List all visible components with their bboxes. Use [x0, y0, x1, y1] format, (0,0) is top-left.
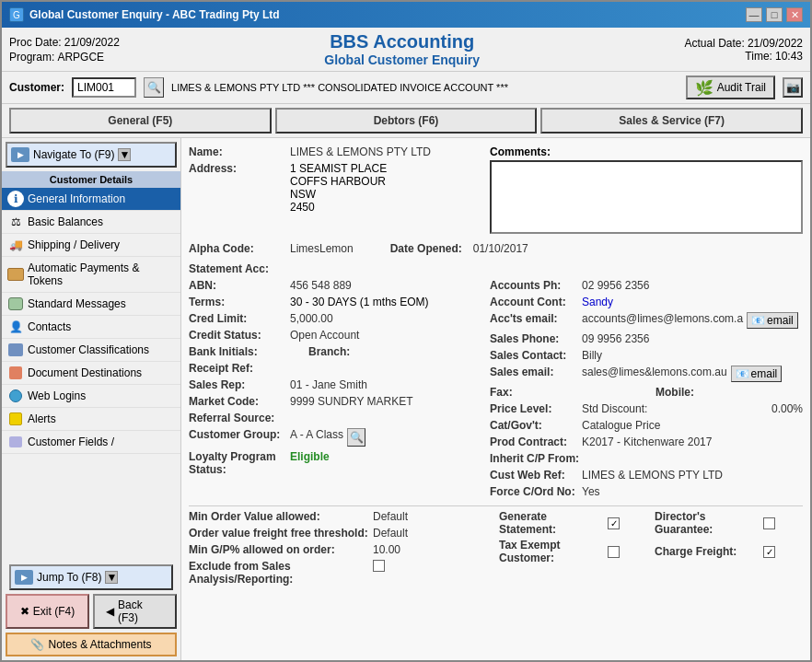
- minimize-button[interactable]: —: [746, 7, 762, 22]
- sidebar-item-label: Basic Balances: [28, 215, 103, 228]
- name-label: Name:: [189, 145, 290, 158]
- sales-rep-value: 01 - Jane Smith: [290, 378, 367, 391]
- price-level-label: Price Level:: [490, 402, 582, 415]
- sidebar-item-alerts[interactable]: Alerts: [2, 408, 180, 431]
- prod-contract-label: Prod Contract:: [490, 436, 582, 448]
- sidebar: ▶ Navigate To (F9) ▼ Customer Details ℹ …: [2, 138, 181, 660]
- sales-email-button[interactable]: 📧 email: [731, 366, 783, 382]
- exclude-label: Exclude from Sales Analysis/Reporting:: [189, 560, 373, 586]
- main-window: G Global Customer Enquiry - ABC Trading …: [0, 0, 812, 662]
- cat-govt-row: Cat/Gov't: Catalogue Price: [490, 419, 803, 432]
- loyalty-label: Loyalty Program Status:: [189, 450, 290, 476]
- bank-initials-label: Bank Initials:: [189, 345, 290, 358]
- force-cord-label: Force C/Ord No:: [490, 485, 582, 498]
- market-code-row: Market Code: 9999 SUNDRY MARKET: [189, 395, 479, 408]
- email-icon: 📧: [751, 314, 765, 327]
- info-icon: ℹ: [7, 191, 24, 207]
- sidebar-item-general-information[interactable]: ℹ General Information: [2, 188, 180, 211]
- sidebar-item-customer-classifications[interactable]: Customer Classifications: [2, 339, 180, 362]
- navigate-dropdown-icon[interactable]: ▼: [118, 148, 131, 161]
- statement-label: Statement Acc:: [189, 262, 290, 275]
- exclude-row: Exclude from Sales Analysis/Reporting:: [189, 560, 484, 586]
- sidebar-item-basic-balances[interactable]: ⚖ Basic Balances: [2, 211, 180, 234]
- tab-general[interactable]: General (F5): [9, 108, 272, 134]
- freight-value: Default: [373, 527, 408, 540]
- market-code-value: 9999 SUNDRY MARKET: [290, 395, 413, 408]
- customer-group-row: Customer Group: A - A Class 🔍: [189, 428, 479, 447]
- freight-row: Order value freight free threshold: Defa…: [189, 527, 484, 540]
- sidebar-item-shipping-delivery[interactable]: 🚚 Shipping / Delivery: [2, 234, 180, 257]
- address-line1: 1 SEAMIST PLACE: [290, 162, 387, 175]
- terms-label: Terms:: [189, 296, 290, 308]
- sidebar-item-web-logins[interactable]: Web Logins: [2, 385, 180, 408]
- sidebar-item-automatic-payments[interactable]: Automatic Payments & Tokens: [2, 257, 180, 293]
- sidebar-item-customer-fields[interactable]: Customer Fields /: [2, 431, 180, 454]
- exclude-checkbox[interactable]: [373, 560, 385, 572]
- customer-code-input[interactable]: [72, 77, 136, 98]
- credit-status-row: Credit Status: Open Account: [189, 329, 479, 342]
- jump-to-button[interactable]: ▶ Jump To (F8) ▼: [9, 564, 173, 590]
- comments-label: Comments:: [490, 145, 803, 158]
- sales-rep-label: Sales Rep:: [189, 378, 290, 391]
- referral-source-row: Referral Source:: [189, 412, 479, 424]
- content-area: Name: LIMES & LEMONS PTY LTD Address: 1 …: [181, 138, 810, 660]
- customer-group-label: Customer Group:: [189, 428, 290, 441]
- sidebar-item-standard-messages[interactable]: Standard Messages: [2, 293, 180, 316]
- app-subtitle: Global Customer Enquiry: [120, 52, 685, 67]
- camera-button[interactable]: 📷: [783, 77, 803, 98]
- min-order-row: Min Order Value allowed: Default: [189, 510, 484, 523]
- audit-trail-button[interactable]: 🌿 Audit Trail: [686, 75, 775, 99]
- sales-phone-row: Sales Phone: 09 9956 2356: [490, 332, 803, 345]
- tab-sales-service[interactable]: Sales & Service (F7): [540, 108, 803, 134]
- min-order-label: Min Order Value allowed:: [189, 510, 373, 523]
- market-code-label: Market Code:: [189, 395, 290, 408]
- comments-textarea[interactable]: [490, 160, 803, 234]
- jump-dropdown-icon[interactable]: ▼: [105, 571, 118, 584]
- directors-guarantee-checkbox[interactable]: [763, 517, 775, 529]
- loyalty-value: Eligible: [290, 450, 330, 463]
- navigate-to-button[interactable]: ▶ Navigate To (F9) ▼: [6, 142, 177, 168]
- price-level-value: Std Discount:: [582, 402, 771, 415]
- tax-exempt-checkbox[interactable]: [608, 546, 620, 558]
- jump-to-label: Jump To (F8): [37, 571, 101, 584]
- min-gp-value: 10.00: [373, 543, 400, 556]
- customer-group-value: A - A Class: [290, 428, 343, 441]
- close-button[interactable]: ✕: [786, 7, 803, 22]
- dest-icon: [7, 365, 24, 381]
- name-value: LIMES & LEMONS PTY LTD: [290, 145, 431, 158]
- min-gp-row: Min G/P% allowed on order: 10.00: [189, 543, 484, 556]
- sidebar-item-label: Alerts: [28, 412, 56, 425]
- sidebar-item-label: Document Destinations: [28, 366, 142, 379]
- branch-label: Branch:: [308, 345, 410, 358]
- accts-email-row: Acc'ts email: accounts@limes@lemons.com.…: [490, 312, 803, 329]
- customer-search-button[interactable]: 🔍: [144, 77, 164, 98]
- address-line3: NSW: [290, 188, 387, 201]
- maximize-button[interactable]: □: [766, 7, 783, 22]
- mobile-label: Mobile:: [655, 386, 711, 399]
- sidebar-item-label: Automatic Payments & Tokens: [28, 261, 173, 287]
- back-button[interactable]: ◀ Back (F3): [93, 594, 177, 629]
- sidebar-item-document-destinations[interactable]: Document Destinations: [2, 362, 180, 385]
- accts-email-button[interactable]: 📧 email: [747, 312, 798, 329]
- bank-row: Bank Initials: Branch:: [189, 345, 479, 358]
- exit-button[interactable]: ✖ Exit (F4): [6, 594, 89, 629]
- customer-group-search[interactable]: 🔍: [347, 428, 365, 447]
- cred-limit-value: 5,000.00: [290, 312, 333, 325]
- fax-label: Fax:: [490, 386, 582, 399]
- generate-stmt-checkbox[interactable]: [608, 517, 620, 529]
- cat-govt-label: Cat/Gov't:: [490, 419, 582, 432]
- scales-icon: ⚖: [7, 214, 24, 230]
- std-discount-value: 0.00%: [771, 402, 803, 415]
- cred-limit-row: Cred Limit: 5,000.00: [189, 312, 479, 325]
- cust-web-ref-value: LIMES & LEMONS PTY LTD: [582, 469, 723, 482]
- terms-row: Terms: 30 - 30 DAYS (1 mths EOM): [189, 296, 479, 308]
- window-controls: — □ ✕: [746, 7, 803, 22]
- sidebar-item-label: Standard Messages: [28, 297, 126, 310]
- sidebar-item-label: Shipping / Delivery: [28, 238, 120, 251]
- charge-freight-checkbox[interactable]: [763, 546, 775, 558]
- tab-debtors[interactable]: Debtors (F6): [275, 108, 538, 134]
- alert-icon: [7, 411, 24, 427]
- terms-value: 30 - 30 DAYS (1 mths EOM): [290, 296, 429, 308]
- notes-attachments-button[interactable]: 📎 Notes & Attachments: [6, 633, 177, 656]
- sidebar-item-contacts[interactable]: 👤 Contacts: [2, 316, 180, 339]
